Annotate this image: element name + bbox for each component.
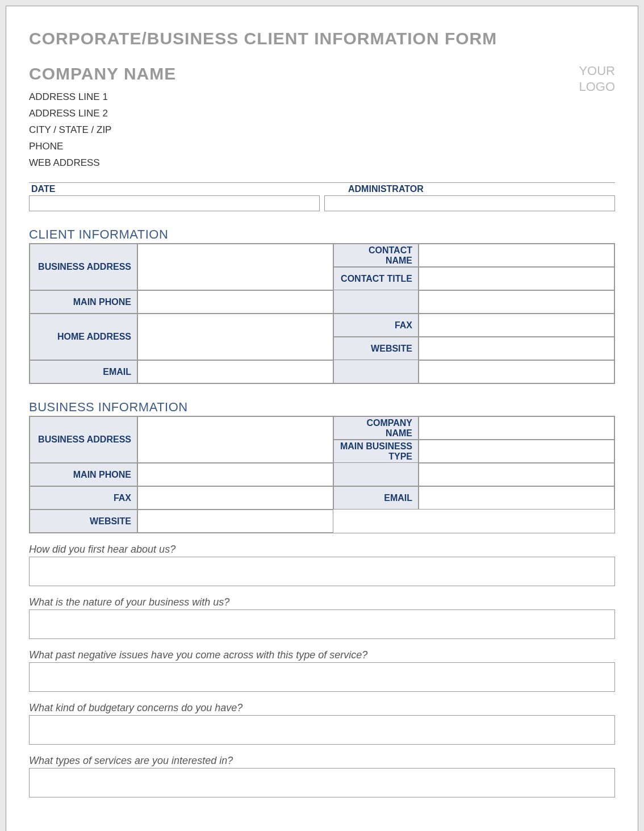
home-address-input-1[interactable] [137, 314, 333, 360]
question-1-label: How did you first hear about us? [29, 544, 615, 557]
biz-email-input[interactable] [419, 486, 614, 510]
empty-cell-2 [419, 510, 614, 533]
biz-company-name-input[interactable] [419, 416, 614, 440]
form-title: CORPORATE/BUSINESS CLIENT INFORMATION FO… [29, 29, 615, 48]
question-5-label: What types of services are you intereste… [29, 755, 615, 768]
contact-title-label: CONTACT TITLE [333, 267, 419, 290]
biz-company-name-label: COMPANY NAME [333, 416, 419, 440]
client-info-heading: CLIENT INFORMATION [29, 227, 615, 244]
biz-business-address-label-2 [333, 463, 419, 486]
biz-business-address-input-2[interactable] [419, 463, 614, 486]
contact-title-input[interactable] [419, 267, 614, 290]
question-4-input[interactable] [29, 715, 615, 745]
question-1-block: How did you first hear about us? [29, 544, 615, 586]
company-address2: ADDRESS LINE 2 [29, 106, 176, 122]
business-info-heading: BUSINESS INFORMATION [29, 400, 615, 416]
biz-business-address-label: BUSINESS ADDRESS [30, 416, 137, 463]
biz-fax-input[interactable] [137, 486, 333, 510]
question-3-label: What past negative issues have you come … [29, 649, 615, 662]
company-web: WEB ADDRESS [29, 155, 176, 172]
question-4-block: What kind of budgetary concerns do you h… [29, 702, 615, 745]
biz-website-label: WEBSITE [30, 510, 137, 533]
home-address-input-2[interactable] [419, 360, 614, 383]
question-5-block: What types of services are you intereste… [29, 755, 615, 797]
question-1-input[interactable] [29, 557, 615, 586]
client-website-label: WEBSITE [333, 337, 419, 360]
biz-main-business-type-label: MAIN BUSINESS TYPE [333, 440, 419, 463]
question-2-input[interactable] [29, 609, 615, 639]
administrator-input[interactable] [324, 195, 615, 211]
logo-line2: LOGO [579, 79, 615, 95]
client-main-phone-input[interactable] [137, 290, 333, 314]
client-fax-label: FAX [333, 314, 419, 337]
client-website-input[interactable] [419, 337, 614, 360]
company-phone: PHONE [29, 139, 176, 155]
company-name: COMPANY NAME [29, 64, 176, 83]
client-email-label: EMAIL [30, 360, 137, 383]
company-city-state-zip: CITY / STATE / ZIP [29, 122, 176, 139]
question-2-block: What is the nature of your business with… [29, 596, 615, 639]
company-address1: ADDRESS LINE 1 [29, 89, 176, 106]
contact-name-label: CONTACT NAME [333, 244, 419, 267]
home-address-label: HOME ADDRESS [30, 314, 137, 360]
biz-main-phone-input[interactable] [137, 463, 333, 486]
date-admin-row: DATE ADMINISTRATOR [29, 182, 615, 211]
logo-line1: YOUR [579, 63, 615, 79]
question-2-label: What is the nature of your business with… [29, 596, 615, 609]
date-input[interactable] [29, 195, 320, 211]
business-address-label-2 [333, 290, 419, 314]
question-3-block: What past negative issues have you come … [29, 649, 615, 692]
administrator-label: ADMINISTRATOR [324, 183, 615, 195]
client-email-input[interactable] [137, 360, 333, 383]
home-address-label-2 [333, 360, 419, 383]
biz-main-business-type-input[interactable] [419, 440, 614, 463]
client-main-phone-label: MAIN PHONE [30, 290, 137, 314]
header-row: COMPANY NAME ADDRESS LINE 1 ADDRESS LINE… [29, 64, 615, 171]
biz-website-input[interactable] [137, 510, 333, 533]
business-address-label: BUSINESS ADDRESS [30, 244, 137, 290]
business-address-input-2[interactable] [419, 290, 614, 314]
biz-main-phone-label: MAIN PHONE [30, 463, 137, 486]
contact-name-input[interactable] [419, 244, 614, 267]
biz-business-address-input-1[interactable] [137, 416, 333, 463]
biz-email-label: EMAIL [333, 486, 419, 510]
question-4-label: What kind of budgetary concerns do you h… [29, 702, 615, 715]
logo-placeholder: YOUR LOGO [579, 63, 615, 94]
biz-fax-label: FAX [30, 486, 137, 510]
form-page: CORPORATE/BUSINESS CLIENT INFORMATION FO… [6, 6, 638, 831]
question-3-input[interactable] [29, 662, 615, 692]
business-address-input-1[interactable] [137, 244, 333, 290]
client-fax-input[interactable] [419, 314, 614, 337]
question-5-input[interactable] [29, 768, 615, 797]
company-block: COMPANY NAME ADDRESS LINE 1 ADDRESS LINE… [29, 64, 176, 171]
business-info-grid: COMPANY NAME BUSINESS ADDRESS MAIN BUSIN… [29, 416, 615, 533]
empty-cell [333, 510, 419, 533]
date-label: DATE [29, 183, 320, 195]
client-info-grid: CONTACT NAME BUSINESS ADDRESS CONTACT TI… [29, 244, 615, 384]
